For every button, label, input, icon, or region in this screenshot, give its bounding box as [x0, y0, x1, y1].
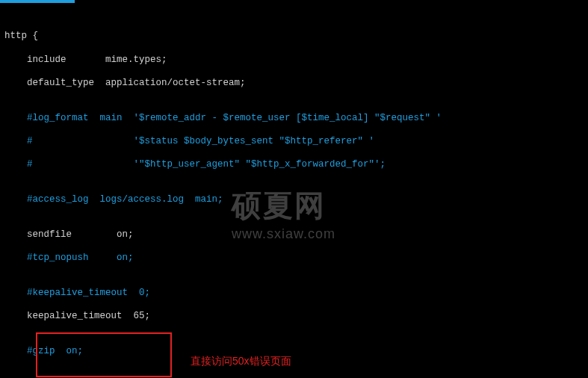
code-line: http {	[4, 31, 584, 43]
code-line-comment: #gzip on;	[4, 346, 584, 358]
code-line: include mime.types;	[4, 55, 584, 66]
title-bar-accent	[0, 0, 75, 3]
annotation-text: 直接访问50x错误页面	[191, 355, 291, 368]
code-line-comment: #access_log logs/access.log main;	[4, 194, 584, 206]
code-line-comment: # '$status $body_bytes_sent "$http_refer…	[4, 136, 584, 148]
code-line: sendfile on;	[4, 229, 584, 241]
code-line-comment: #keepalive_timeout 0;	[4, 288, 584, 300]
code-line-comment: # '"$http_user_agent" "$http_x_forwarded…	[4, 159, 584, 171]
code-editor-viewport: http { include mime.types; default_type …	[4, 7, 584, 378]
code-line: default_type application/octet-stream;	[4, 78, 584, 90]
code-line: keepalive_timeout 65;	[4, 311, 584, 323]
code-line-comment: #log_format main '$remote_addr - $remote…	[4, 113, 584, 125]
code-line-comment: #tcp_nopush on;	[4, 252, 584, 264]
